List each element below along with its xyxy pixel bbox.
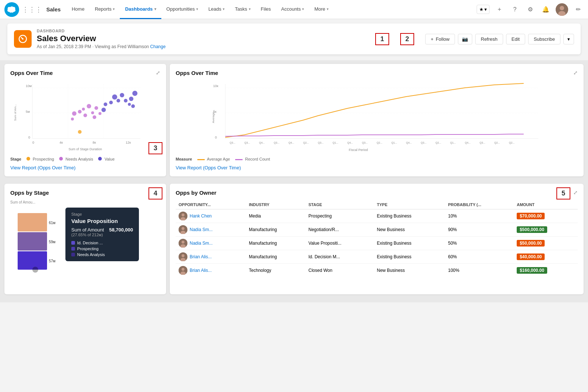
svg-point-76 [32,267,38,273]
expand-scatter-button[interactable]: ⤢ [156,70,160,76]
tooltip-stage-label: Stage [71,212,133,216]
dashboard-subtitle: As of Jan 25, 2018 2:39 PM · Viewing as … [37,44,370,49]
table-row: Brian Alis... ManufacturingId. Decision … [176,250,578,264]
opp-name-0[interactable]: Hank Chen [179,212,243,220]
svg-text:Q1...: Q1... [450,141,456,144]
camera-button[interactable]: 📷 [458,34,472,44]
opps-table: OPPORTUNITY... INDUSTRY STAGE TYPE PROBA… [176,200,578,277]
annotation-4: 4 [148,187,162,199]
settings-button[interactable]: ⚙ [525,4,536,15]
opp-stage-1: Negotiation/R... [305,223,374,237]
svg-point-32 [128,103,131,106]
add-button[interactable]: ＋ [494,4,505,15]
widget-opps-owner: 5 ⤢ Opps by Owner OPPORTUNITY... INDUSTR… [170,184,584,294]
svg-point-34 [131,104,135,108]
view-report-line[interactable]: View Report (Opps Over Time) [176,165,578,170]
salesforce-logo[interactable] [4,2,19,17]
nav-right-actions: ★ ▾ ＋ ? ⚙ 🔔 ✏ [477,3,584,16]
nav-item-reports[interactable]: Reports ▾ [90,0,120,19]
svg-text:Fiscal Period: Fiscal Period [349,148,368,152]
legend-item-needs-analysis: Needs Analysis [59,157,93,161]
nav-item-tasks[interactable]: Tasks ▾ [230,0,255,19]
help-button[interactable]: ? [509,4,520,15]
opp-amount-1: $500,000.00 [514,223,578,237]
opp-stage-4: Closed Won [305,264,374,277]
svg-point-39 [101,108,106,112]
stage-bar-svg: 61м 59м 57м [10,206,62,287]
nav-item-opportunities[interactable]: Opportunities ▾ [161,0,203,19]
svg-rect-70 [18,213,47,231]
svg-point-25 [91,111,94,114]
grid-icon[interactable]: ⋮⋮⋮ [22,6,42,14]
svg-rect-74 [18,251,47,270]
opp-industry-0: Media [246,209,305,223]
opp-amount-4: $160,000.00 [514,264,578,277]
nav-item-dashboards[interactable]: Dashboards ▾ [120,0,161,19]
opp-stage-0: Prospecting [305,209,374,223]
annotation-3: 3 [148,142,162,154]
svg-point-38 [98,112,101,115]
svg-point-31 [124,99,128,103]
svg-point-24 [87,104,91,108]
svg-point-30 [120,93,124,97]
svg-point-28 [112,94,117,100]
svg-text:Sum of Stage Duration: Sum of Stage Duration [68,147,102,151]
leads-caret: ▾ [223,7,225,11]
legend-record-count: Record Count [235,157,270,161]
stage-widget-title: Opps by Stage [10,190,160,196]
avatar[interactable] [556,3,568,16]
opp-stage-2: Value Propositi... [305,237,374,250]
svg-text:Sum of Am...: Sum of Am... [14,104,17,121]
nav-item-home[interactable]: Home [67,0,90,19]
widget-opps-stage: 4 Opps by Stage Sum of Amou... 61м 59м [4,184,166,294]
svg-point-22 [82,108,85,111]
svg-point-23 [83,114,87,117]
refresh-button[interactable]: Refresh [475,34,503,44]
subscribe-dropdown-button[interactable]: ▾ [563,34,574,44]
opp-probability-3: 60% [445,250,514,264]
dashboard-label: DASHBOARD [37,29,370,33]
widget-opps-scatter: ⤢ Opps Over Time 10м 5м 0 Sum of Am... 0… [4,64,166,176]
svg-point-40 [104,103,107,106]
plus-icon: + [431,36,434,42]
opp-name-4[interactable]: Brian Alis... [179,266,243,275]
expand-line-button[interactable]: ⤢ [573,70,578,76]
view-report-scatter[interactable]: View Report (Opps Over Time) [10,165,160,170]
edit-button[interactable]: Edit [506,34,525,44]
svg-point-33 [129,97,133,101]
opp-name-1[interactable]: Nadia Sm... [179,225,243,234]
nav-item-more[interactable]: More ▾ [309,0,334,19]
expand-table-button[interactable]: ⤢ [573,190,578,195]
svg-text:12к: 12к [126,141,131,144]
amount-badge-3: $40,000.00 [517,253,545,260]
nav-item-accounts[interactable]: Accounts ▾ [276,0,309,19]
legend-measure-label: Measure [176,157,192,161]
legend-stage-label: Stage [10,157,21,161]
svg-text:Q3...: Q3... [274,141,279,144]
amount-badge-0: $70,000.00 [517,213,545,219]
more-caret: ▾ [327,7,329,11]
opp-name-3[interactable]: Brian Alis... [179,252,243,261]
nav-item-leads[interactable]: Leads ▾ [203,0,230,19]
svg-text:10м: 10м [26,84,32,88]
col-amount: AMOUNT [514,200,578,209]
notifications-button[interactable]: 🔔 [540,4,551,15]
dashboards-caret: ▾ [154,7,156,11]
opp-name-2[interactable]: Nadia Sm... [179,239,243,248]
favorites-button[interactable]: ★ ▾ [477,5,490,14]
stage-y-label: Sum of Amou... [10,200,62,204]
annotation-1: 1 [375,33,389,45]
svg-text:Q4...: Q4... [406,141,412,144]
subscribe-button[interactable]: Subscribe [528,34,560,44]
edit-page-button[interactable]: ✏ [573,4,584,15]
follow-button[interactable]: + Follow [425,34,455,44]
nav-items: Home Reports ▾ Dashboards ▾ Opportunitie… [67,0,474,19]
svg-text:59м: 59м [49,240,55,244]
svg-text:Q1...: Q1... [333,141,338,144]
dashboard-actions: + Follow 📷 Refresh Edit Subscribe ▾ [425,34,574,44]
table-header: OPPORTUNITY... INDUSTRY STAGE TYPE PROBA… [176,200,578,209]
nav-item-files[interactable]: Files [256,0,276,19]
change-link[interactable]: Change [150,44,166,49]
opp-avatar-0 [179,212,187,220]
svg-text:5м: 5м [26,110,30,114]
